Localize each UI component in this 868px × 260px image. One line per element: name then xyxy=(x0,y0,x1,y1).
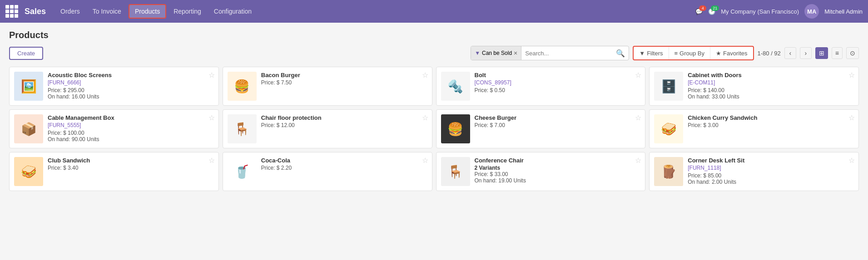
favorite-button[interactable]: ☆ xyxy=(848,156,855,165)
nav-to-invoice[interactable]: To Invoice xyxy=(87,5,127,18)
prev-page-button[interactable]: ‹ xyxy=(784,47,796,59)
product-image: 🥤 xyxy=(228,157,257,186)
product-name: Cable Management Box xyxy=(48,114,214,121)
product-image: 🪑 xyxy=(441,157,470,186)
filter-tag-can-be-sold: ▼ Can be Sold × xyxy=(471,46,521,60)
product-onhand: On hand: 16.00 Units xyxy=(48,93,214,100)
product-name: Cheese Burger xyxy=(475,114,641,121)
favorite-button[interactable]: ☆ xyxy=(208,156,215,165)
product-ref: [E-COM11] xyxy=(688,79,854,86)
product-card[interactable]: 🥪Chicken Curry SandwichPrice: $ 3.00☆ xyxy=(649,109,859,148)
favorite-button[interactable]: ☆ xyxy=(848,113,855,122)
nav-configuration[interactable]: Configuration xyxy=(208,5,257,18)
topnav: Sales Orders To Invoice Products Reporti… xyxy=(0,0,868,23)
chat-badge: 4 xyxy=(699,5,706,11)
nav-orders[interactable]: Orders xyxy=(55,5,85,18)
groupby-icon: ≡ xyxy=(675,50,678,57)
product-image: 📦 xyxy=(14,114,43,143)
product-info: Bacon BurgerPrice: $ 7.50 xyxy=(261,72,427,86)
favorites-button[interactable]: ★ Favorites xyxy=(710,47,753,59)
brand-name[interactable]: Sales xyxy=(25,7,46,16)
product-price: Price: $ 3.00 xyxy=(688,122,854,128)
activity-notification[interactable]: 🕐 21 xyxy=(708,8,715,15)
favorites-label: Favorites xyxy=(723,50,747,57)
next-page-button[interactable]: › xyxy=(800,47,812,59)
filters-label: Filters xyxy=(647,50,663,57)
filters-button[interactable]: ▼ Filters xyxy=(634,47,669,59)
favorite-button[interactable]: ☆ xyxy=(635,71,641,79)
activity-badge: 21 xyxy=(711,5,719,11)
favorite-button[interactable]: ☆ xyxy=(422,156,428,165)
product-name: Conference Chair xyxy=(475,157,641,164)
product-info: Chair floor protectionPrice: $ 12.00 xyxy=(261,114,427,128)
product-info: Conference Chair2 VariantsPrice: $ 33.00… xyxy=(475,157,641,184)
product-card[interactable]: 🪑Conference Chair2 VariantsPrice: $ 33.0… xyxy=(436,152,646,191)
product-card[interactable]: 🥪Club SandwichPrice: $ 3.40☆ xyxy=(9,152,219,191)
product-price: Price: $ 295.00 xyxy=(48,87,214,93)
product-card[interactable]: 🖼️Acoustic Bloc Screens[FURN_6666]Price:… xyxy=(9,67,219,106)
search-input[interactable] xyxy=(521,46,612,60)
product-card[interactable]: 🔩Bolt[CONS_89957]Price: $ 0.50☆ xyxy=(436,67,646,106)
toolbar: Create ▼ Can be Sold × 🔍 ▼ Filters ≡ Gro… xyxy=(9,46,859,60)
favorite-button[interactable]: ☆ xyxy=(422,113,428,122)
product-name: Club Sandwich xyxy=(48,157,214,164)
product-name: Cabinet with Doors xyxy=(688,72,854,78)
favorite-button[interactable]: ☆ xyxy=(208,71,215,79)
product-card[interactable]: 📦Cable Management Box[FURN_5555]Price: $… xyxy=(9,109,219,148)
product-info: Bolt[CONS_89957]Price: $ 0.50 xyxy=(475,72,641,93)
product-info: Coca-ColaPrice: $ 2.20 xyxy=(261,157,427,171)
product-card[interactable]: 🪵Corner Desk Left Sit[FURN_1118]Price: $… xyxy=(649,152,859,191)
product-card[interactable]: 🥤Coca-ColaPrice: $ 2.20☆ xyxy=(223,152,432,191)
funnel-icon: ▼ xyxy=(475,50,480,56)
product-onhand: On hand: 33.00 Units xyxy=(688,93,854,100)
product-price: Price: $ 0.50 xyxy=(475,87,641,93)
pagination-info: 1-80 / 92 xyxy=(758,50,781,57)
topnav-right: 💬 4 🕐 21 My Company (San Francisco) MA M… xyxy=(695,4,863,19)
product-image: 🍔 xyxy=(228,72,257,101)
favorite-button[interactable]: ☆ xyxy=(422,71,428,79)
product-price: Price: $ 3.40 xyxy=(48,165,214,171)
filter-group: ▼ Filters ≡ Group By ★ Favorites xyxy=(633,46,754,60)
avatar[interactable]: MA xyxy=(804,4,819,19)
main-content: Products Create ▼ Can be Sold × 🔍 ▼ Filt… xyxy=(0,23,868,198)
favorite-button[interactable]: ☆ xyxy=(208,113,215,122)
nav-products[interactable]: Products xyxy=(129,4,166,19)
create-button[interactable]: Create xyxy=(9,47,43,60)
product-card[interactable]: 🗄️Cabinet with Doors[E-COM11]Price: $ 14… xyxy=(649,67,859,106)
chat-notification[interactable]: 💬 4 xyxy=(695,8,703,15)
product-info: Acoustic Bloc Screens[FURN_6666]Price: $… xyxy=(48,72,214,100)
product-info: Cheese BurgerPrice: $ 7.00 xyxy=(475,114,641,128)
product-price: Price: $ 2.20 xyxy=(261,165,427,171)
product-name: Chicken Curry Sandwich xyxy=(688,114,854,121)
star-icon: ★ xyxy=(716,50,721,57)
product-price: Price: $ 100.00 xyxy=(48,130,214,136)
grid-view-button[interactable]: ⊞ xyxy=(815,47,828,59)
product-onhand: On hand: 2.00 Units xyxy=(688,179,854,185)
app-grid-icon[interactable] xyxy=(5,5,18,18)
product-info: Corner Desk Left Sit[FURN_1118]Price: $ … xyxy=(688,157,854,185)
product-card[interactable]: 🍔Bacon BurgerPrice: $ 7.50☆ xyxy=(223,67,432,106)
groupby-label: Group By xyxy=(680,50,704,57)
product-name: Bolt xyxy=(475,72,641,78)
product-image: 🗄️ xyxy=(654,72,683,101)
product-ref: [FURN_5555] xyxy=(48,122,214,128)
company-name[interactable]: My Company (San Francisco) xyxy=(721,8,799,15)
favorite-button[interactable]: ☆ xyxy=(635,156,641,165)
product-ref: [CONS_89957] xyxy=(475,79,641,86)
settings-view-button[interactable]: ⊙ xyxy=(846,47,859,59)
favorite-button[interactable]: ☆ xyxy=(635,113,641,122)
nav-reporting[interactable]: Reporting xyxy=(168,5,207,18)
product-card[interactable]: 🪑Chair floor protectionPrice: $ 12.00☆ xyxy=(223,109,432,148)
favorite-button[interactable]: ☆ xyxy=(848,71,855,79)
search-icon[interactable]: 🔍 xyxy=(612,49,629,58)
product-card[interactable]: 🍔Cheese BurgerPrice: $ 7.00☆ xyxy=(436,109,646,148)
list-view-button[interactable]: ≡ xyxy=(832,47,843,59)
remove-filter-button[interactable]: × xyxy=(514,49,517,57)
products-grid: 🖼️Acoustic Bloc Screens[FURN_6666]Price:… xyxy=(9,67,859,191)
product-name: Acoustic Bloc Screens xyxy=(48,72,214,78)
product-image: 🪵 xyxy=(654,157,683,186)
product-info: Chicken Curry SandwichPrice: $ 3.00 xyxy=(688,114,854,128)
admin-name[interactable]: Mitchell Admin xyxy=(824,8,863,15)
filter-icon: ▼ xyxy=(639,50,645,57)
group-by-button[interactable]: ≡ Group By xyxy=(669,47,711,59)
